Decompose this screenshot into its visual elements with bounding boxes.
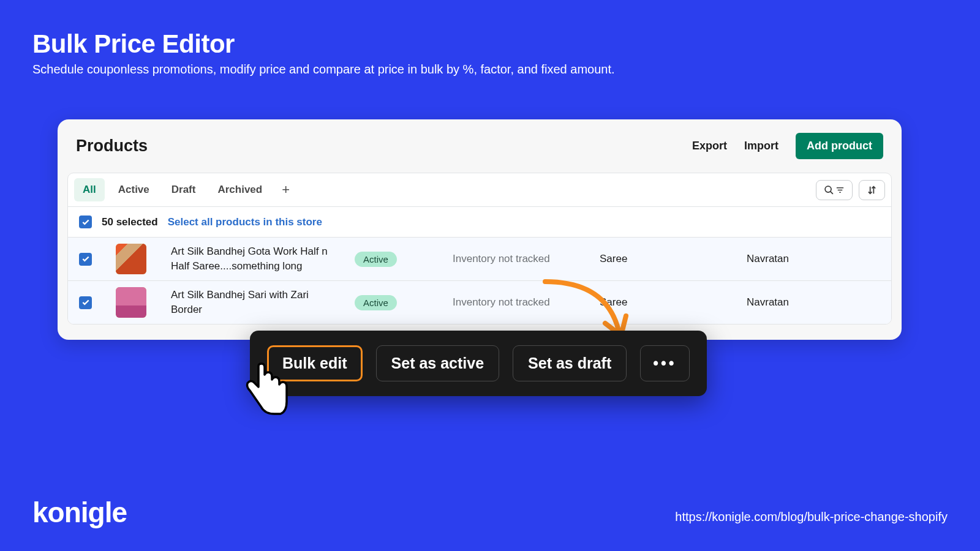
search-filter-button[interactable] <box>816 180 853 200</box>
tab-active[interactable]: Active <box>110 178 158 201</box>
export-button[interactable]: Export <box>692 140 727 152</box>
more-actions-button[interactable]: ••• <box>640 345 689 381</box>
row-checkbox[interactable] <box>79 296 92 309</box>
bulk-action-bar: Bulk edit Set as active Set as draft ••• <box>250 331 707 396</box>
set-draft-button[interactable]: Set as draft <box>513 345 627 381</box>
vendor-cell: Navratan <box>747 253 880 265</box>
product-thumbnail <box>116 244 146 274</box>
brand-logo: konigle <box>32 496 127 529</box>
search-icon <box>824 185 834 195</box>
vendor-cell: Navratan <box>747 296 880 309</box>
filter-icon <box>835 186 845 195</box>
inventory-cell: Inventory not tracked <box>453 296 600 309</box>
status-badge: Active <box>355 295 397 310</box>
add-tab-button[interactable]: + <box>276 178 296 201</box>
page-title: Bulk Price Editor <box>32 29 615 59</box>
sort-button[interactable] <box>859 180 885 200</box>
type-cell: Saree <box>600 296 747 309</box>
sort-icon <box>867 185 877 195</box>
select-all-checkbox[interactable] <box>79 216 92 228</box>
select-all-link[interactable]: Select all products in this store <box>168 216 322 228</box>
import-button[interactable]: Import <box>744 140 778 152</box>
page-subtitle: Schedule couponless promotions, modify p… <box>32 62 615 77</box>
table-row[interactable]: Art Silk Bandhej Gota Work Half n Half S… <box>68 238 891 281</box>
type-cell: Saree <box>600 253 747 265</box>
set-active-button[interactable]: Set as active <box>376 345 500 381</box>
svg-point-0 <box>825 186 831 192</box>
tab-draft[interactable]: Draft <box>163 178 205 201</box>
product-thumbnail <box>116 287 146 318</box>
selected-count: 50 selected <box>102 216 158 228</box>
product-name: Art Silk Bandhej Sari with Zari Border <box>171 288 355 317</box>
add-product-button[interactable]: Add product <box>796 133 883 159</box>
inventory-cell: Inventory not tracked <box>453 253 600 265</box>
footer-url: https://konigle.com/blog/bulk-price-chan… <box>675 510 948 524</box>
row-checkbox[interactable] <box>79 253 92 266</box>
products-table: All Active Draft Archived + 50 selecte <box>67 173 892 324</box>
svg-line-1 <box>831 191 833 193</box>
products-card: Products Export Import Add product All A… <box>58 119 902 340</box>
table-row[interactable]: Art Silk Bandhej Sari with Zari Border A… <box>68 281 891 324</box>
status-badge: Active <box>355 252 397 267</box>
product-name: Art Silk Bandhej Gota Work Half n Half S… <box>171 244 355 274</box>
tab-archived[interactable]: Archived <box>209 178 271 201</box>
tab-all[interactable]: All <box>74 178 105 201</box>
bulk-edit-button[interactable]: Bulk edit <box>267 345 363 381</box>
panel-title: Products <box>76 137 148 156</box>
